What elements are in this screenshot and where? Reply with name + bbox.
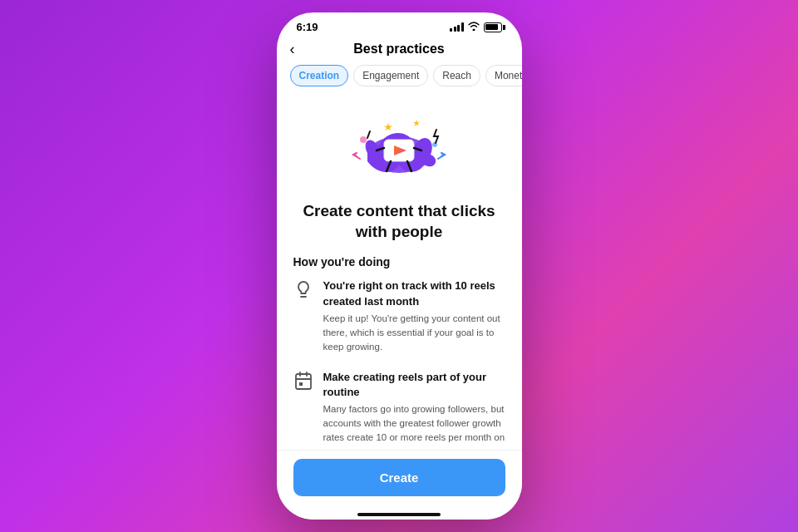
back-button[interactable]: ‹ bbox=[290, 41, 295, 58]
status-icons bbox=[450, 22, 502, 32]
header: ‹ Best practices bbox=[277, 37, 522, 65]
tab-creation[interactable]: Creation bbox=[290, 65, 349, 86]
signal-icon bbox=[450, 22, 464, 32]
list-item: You're right on track with 10 reels crea… bbox=[277, 278, 522, 369]
home-indicator bbox=[277, 508, 522, 520]
list-item-desc: Keep it up! You're getting your content … bbox=[323, 312, 505, 355]
tab-bar: Creation Engagement Reach Monetization bbox=[277, 65, 522, 96]
list-item-desc: Many factors go into growing followers, … bbox=[323, 402, 505, 450]
status-time: 6:19 bbox=[297, 21, 318, 33]
calendar-icon bbox=[293, 371, 313, 391]
content-area: Create content that clicks with people H… bbox=[277, 96, 522, 450]
list-text-group: You're right on track with 10 reels crea… bbox=[323, 278, 505, 354]
hero-illustration bbox=[345, 105, 453, 188]
status-bar: 6:19 bbox=[277, 12, 522, 37]
phone-shell: 6:19 ‹ Best practices Creation Engagemen… bbox=[277, 12, 522, 520]
list-item-title: Make creating reels part of your routine bbox=[323, 370, 505, 400]
list-item-title: You're right on track with 10 reels crea… bbox=[323, 278, 505, 308]
list-text-group: Make creating reels part of your routine… bbox=[323, 370, 505, 451]
svg-rect-9 bbox=[299, 382, 303, 386]
svg-rect-8 bbox=[296, 374, 311, 389]
hero-title: Create content that clicks with people bbox=[277, 201, 522, 255]
section-title: How you're doing bbox=[277, 255, 522, 278]
battery-icon bbox=[484, 22, 502, 32]
page-title: Best practices bbox=[353, 42, 444, 57]
tab-monetization[interactable]: Monetization bbox=[485, 65, 522, 86]
list-item: Make creating reels part of your routine… bbox=[277, 370, 522, 451]
wifi-icon bbox=[468, 22, 480, 32]
home-bar bbox=[357, 513, 441, 516]
svg-point-1 bbox=[360, 136, 367, 143]
hero-area bbox=[277, 96, 522, 201]
tab-reach[interactable]: Reach bbox=[433, 65, 480, 86]
tab-engagement[interactable]: Engagement bbox=[353, 65, 428, 86]
create-button[interactable]: Create bbox=[293, 459, 505, 496]
bottom-area: Create bbox=[277, 450, 522, 508]
bulb-icon bbox=[293, 279, 313, 299]
